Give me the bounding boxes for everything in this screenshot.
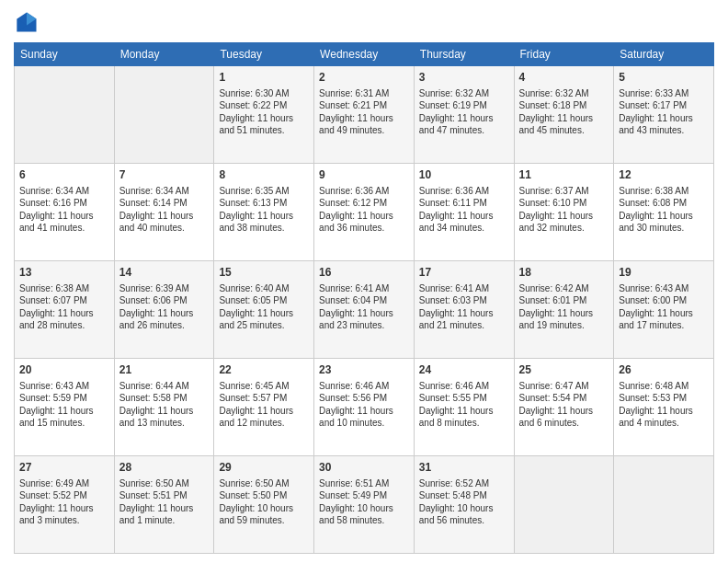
calendar-day-cell: 16Sunrise: 6:41 AM Sunset: 6:04 PM Dayli… <box>314 261 415 359</box>
day-number: 19 <box>619 265 709 281</box>
weekday-header: Friday <box>514 43 614 66</box>
weekday-header: Sunday <box>15 43 115 66</box>
day-number: 13 <box>19 265 109 281</box>
header <box>14 9 714 35</box>
day-number: 27 <box>19 460 109 476</box>
day-info: Sunrise: 6:46 AM Sunset: 5:56 PM Dayligh… <box>319 380 409 430</box>
calendar-day-cell: 2Sunrise: 6:31 AM Sunset: 6:21 PM Daylig… <box>314 66 415 164</box>
day-number: 20 <box>19 362 109 378</box>
calendar-day-cell: 3Sunrise: 6:32 AM Sunset: 6:19 PM Daylig… <box>414 66 514 164</box>
day-info: Sunrise: 6:30 AM Sunset: 6:22 PM Dayligh… <box>219 87 309 137</box>
calendar-day-cell <box>514 456 614 554</box>
calendar-day-cell: 25Sunrise: 6:47 AM Sunset: 5:54 PM Dayli… <box>514 359 614 456</box>
calendar-day-cell: 18Sunrise: 6:42 AM Sunset: 6:01 PM Dayli… <box>514 261 614 359</box>
day-info: Sunrise: 6:34 AM Sunset: 6:16 PM Dayligh… <box>19 185 109 235</box>
day-info: Sunrise: 6:45 AM Sunset: 5:57 PM Dayligh… <box>219 380 309 430</box>
calendar-day-cell: 27Sunrise: 6:49 AM Sunset: 5:52 PM Dayli… <box>15 456 115 554</box>
calendar-day-cell: 7Sunrise: 6:34 AM Sunset: 6:14 PM Daylig… <box>114 164 214 261</box>
calendar-day-cell: 21Sunrise: 6:44 AM Sunset: 5:58 PM Dayli… <box>114 359 214 456</box>
day-number: 23 <box>319 362 409 378</box>
day-number: 2 <box>319 70 409 86</box>
day-info: Sunrise: 6:36 AM Sunset: 6:12 PM Dayligh… <box>319 185 409 235</box>
day-info: Sunrise: 6:38 AM Sunset: 6:08 PM Dayligh… <box>619 185 709 235</box>
day-info: Sunrise: 6:49 AM Sunset: 5:52 PM Dayligh… <box>19 477 109 527</box>
calendar-day-cell: 26Sunrise: 6:48 AM Sunset: 5:53 PM Dayli… <box>614 359 714 456</box>
day-info: Sunrise: 6:34 AM Sunset: 6:14 PM Dayligh… <box>119 185 210 235</box>
day-number: 16 <box>319 265 409 281</box>
day-number: 17 <box>419 265 509 281</box>
calendar-week-row: 27Sunrise: 6:49 AM Sunset: 5:52 PM Dayli… <box>15 456 714 554</box>
calendar-week-row: 1Sunrise: 6:30 AM Sunset: 6:22 PM Daylig… <box>15 66 714 164</box>
day-info: Sunrise: 6:41 AM Sunset: 6:03 PM Dayligh… <box>419 282 509 332</box>
calendar-day-cell: 28Sunrise: 6:50 AM Sunset: 5:51 PM Dayli… <box>114 456 214 554</box>
weekday-header: Tuesday <box>214 43 314 66</box>
calendar-week-row: 20Sunrise: 6:43 AM Sunset: 5:59 PM Dayli… <box>15 359 714 456</box>
day-info: Sunrise: 6:43 AM Sunset: 5:59 PM Dayligh… <box>19 380 109 430</box>
calendar-day-cell: 23Sunrise: 6:46 AM Sunset: 5:56 PM Dayli… <box>314 359 415 456</box>
day-number: 31 <box>419 460 509 476</box>
day-info: Sunrise: 6:47 AM Sunset: 5:54 PM Dayligh… <box>519 380 609 430</box>
day-number: 1 <box>219 70 309 86</box>
day-number: 14 <box>119 265 210 281</box>
day-number: 15 <box>219 265 309 281</box>
calendar-day-cell: 15Sunrise: 6:40 AM Sunset: 6:05 PM Dayli… <box>214 261 314 359</box>
day-info: Sunrise: 6:50 AM Sunset: 5:50 PM Dayligh… <box>219 477 309 527</box>
calendar-day-cell: 17Sunrise: 6:41 AM Sunset: 6:03 PM Dayli… <box>414 261 514 359</box>
calendar-body: 1Sunrise: 6:30 AM Sunset: 6:22 PM Daylig… <box>15 66 714 554</box>
day-info: Sunrise: 6:48 AM Sunset: 5:53 PM Dayligh… <box>619 380 709 430</box>
calendar-day-cell: 13Sunrise: 6:38 AM Sunset: 6:07 PM Dayli… <box>15 261 115 359</box>
day-number: 25 <box>519 362 609 378</box>
calendar-day-cell: 14Sunrise: 6:39 AM Sunset: 6:06 PM Dayli… <box>114 261 214 359</box>
day-info: Sunrise: 6:46 AM Sunset: 5:55 PM Dayligh… <box>419 380 509 430</box>
day-info: Sunrise: 6:43 AM Sunset: 6:00 PM Dayligh… <box>619 282 709 332</box>
day-number: 12 <box>619 167 709 183</box>
day-number: 22 <box>219 362 309 378</box>
day-info: Sunrise: 6:50 AM Sunset: 5:51 PM Dayligh… <box>119 477 210 527</box>
calendar-day-cell: 11Sunrise: 6:37 AM Sunset: 6:10 PM Dayli… <box>514 164 614 261</box>
day-info: Sunrise: 6:38 AM Sunset: 6:07 PM Dayligh… <box>19 282 109 332</box>
calendar-day-cell: 10Sunrise: 6:36 AM Sunset: 6:11 PM Dayli… <box>414 164 514 261</box>
calendar-table: SundayMondayTuesdayWednesdayThursdayFrid… <box>14 42 714 554</box>
calendar-week-row: 13Sunrise: 6:38 AM Sunset: 6:07 PM Dayli… <box>15 261 714 359</box>
day-info: Sunrise: 6:41 AM Sunset: 6:04 PM Dayligh… <box>319 282 409 332</box>
calendar-day-cell: 12Sunrise: 6:38 AM Sunset: 6:08 PM Dayli… <box>614 164 714 261</box>
day-number: 8 <box>219 167 309 183</box>
calendar-day-cell: 19Sunrise: 6:43 AM Sunset: 6:00 PM Dayli… <box>614 261 714 359</box>
day-number: 18 <box>519 265 609 281</box>
calendar-week-row: 6Sunrise: 6:34 AM Sunset: 6:16 PM Daylig… <box>15 164 714 261</box>
day-info: Sunrise: 6:51 AM Sunset: 5:49 PM Dayligh… <box>319 477 409 527</box>
day-number: 11 <box>519 167 609 183</box>
day-info: Sunrise: 6:33 AM Sunset: 6:17 PM Dayligh… <box>619 87 709 137</box>
calendar-day-cell: 5Sunrise: 6:33 AM Sunset: 6:17 PM Daylig… <box>614 66 714 164</box>
logo-icon <box>14 9 40 35</box>
day-info: Sunrise: 6:32 AM Sunset: 6:19 PM Dayligh… <box>419 87 509 137</box>
day-info: Sunrise: 6:52 AM Sunset: 5:48 PM Dayligh… <box>419 477 509 527</box>
day-info: Sunrise: 6:36 AM Sunset: 6:11 PM Dayligh… <box>419 185 509 235</box>
days-of-week-row: SundayMondayTuesdayWednesdayThursdayFrid… <box>15 43 714 66</box>
day-info: Sunrise: 6:42 AM Sunset: 6:01 PM Dayligh… <box>519 282 609 332</box>
calendar-header: SundayMondayTuesdayWednesdayThursdayFrid… <box>15 43 714 66</box>
day-number: 29 <box>219 460 309 476</box>
day-number: 5 <box>619 70 709 86</box>
weekday-header: Monday <box>114 43 214 66</box>
day-info: Sunrise: 6:35 AM Sunset: 6:13 PM Dayligh… <box>219 185 309 235</box>
day-number: 6 <box>19 167 109 183</box>
calendar-day-cell: 30Sunrise: 6:51 AM Sunset: 5:49 PM Dayli… <box>314 456 415 554</box>
calendar-day-cell: 24Sunrise: 6:46 AM Sunset: 5:55 PM Dayli… <box>414 359 514 456</box>
day-number: 4 <box>519 70 609 86</box>
day-info: Sunrise: 6:39 AM Sunset: 6:06 PM Dayligh… <box>119 282 210 332</box>
day-info: Sunrise: 6:37 AM Sunset: 6:10 PM Dayligh… <box>519 185 609 235</box>
logo <box>14 9 43 35</box>
page: SundayMondayTuesdayWednesdayThursdayFrid… <box>0 0 728 563</box>
day-number: 30 <box>319 460 409 476</box>
day-number: 3 <box>419 70 509 86</box>
day-info: Sunrise: 6:31 AM Sunset: 6:21 PM Dayligh… <box>319 87 409 137</box>
day-info: Sunrise: 6:44 AM Sunset: 5:58 PM Dayligh… <box>119 380 210 430</box>
day-number: 26 <box>619 362 709 378</box>
day-number: 28 <box>119 460 210 476</box>
weekday-header: Saturday <box>614 43 714 66</box>
calendar-day-cell <box>614 456 714 554</box>
calendar-day-cell: 6Sunrise: 6:34 AM Sunset: 6:16 PM Daylig… <box>15 164 115 261</box>
calendar-day-cell: 1Sunrise: 6:30 AM Sunset: 6:22 PM Daylig… <box>214 66 314 164</box>
day-number: 10 <box>419 167 509 183</box>
